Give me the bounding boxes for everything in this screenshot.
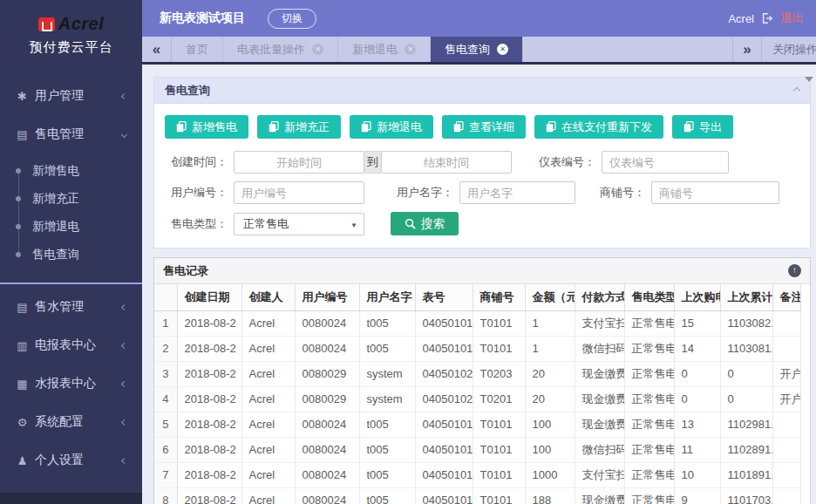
table-cell: Acrel xyxy=(241,336,295,361)
tab-sale-query[interactable]: 售电查询 xyxy=(431,37,523,62)
table-cell: t005 xyxy=(359,437,415,462)
button-label: 导出 xyxy=(699,119,722,135)
shop-no-input[interactable] xyxy=(651,181,779,204)
table-cell: 正常售电 xyxy=(624,437,674,462)
table-cell: 9 xyxy=(674,487,720,504)
table-row[interactable]: 62018-08-2Acrel0080024t00504050101T01011… xyxy=(154,437,800,462)
tabs-scroll-left-icon[interactable] xyxy=(142,37,172,62)
table-cell: 正常售电 xyxy=(624,386,674,412)
table-row[interactable]: 32018-08-2Acrel0080029system04050102T020… xyxy=(154,361,800,386)
table-cell: 开户首充 xyxy=(772,361,800,386)
sidebar-item-water-reports[interactable]: ▦ 水报表中心 xyxy=(0,364,142,403)
user-name-input[interactable] xyxy=(459,181,575,204)
table-cell: 0080024 xyxy=(295,462,359,487)
export-button[interactable]: 导出 xyxy=(672,115,733,139)
sidebar-subitem-sale-query[interactable]: 售电查询 xyxy=(0,241,142,269)
table-cell: 现金缴费 xyxy=(575,487,624,504)
table-cell: T0203 xyxy=(473,361,525,386)
sale-type-select[interactable]: 正常售电 ▼ xyxy=(234,213,364,235)
table-cell: T0101 xyxy=(473,336,525,361)
button-label: 新增退电 xyxy=(377,119,422,135)
table-cell: 0 xyxy=(720,386,772,412)
table-cell: 正常售电 xyxy=(624,336,674,361)
table-cell: 2018-08-2 xyxy=(177,336,241,361)
table-cell: 1102891. xyxy=(720,437,772,462)
table-cell: 现金缴费 xyxy=(575,361,624,386)
chevron-left-icon xyxy=(121,380,127,386)
table-cell: 0080024 xyxy=(295,412,359,437)
sidebar-subitem-new-sale[interactable]: 新增售电 xyxy=(0,157,142,185)
sale-type-label: 售电类型： xyxy=(165,216,228,232)
sidebar-subitem-new-refund[interactable]: 新增退电 xyxy=(0,213,142,241)
new-sale-button[interactable]: 新增售电 xyxy=(165,115,248,139)
sidebar-item-label: 电报表中心 xyxy=(35,337,96,353)
close-operations-menu[interactable]: 关闭操作 xyxy=(762,37,816,62)
scroll-down-icon[interactable] xyxy=(805,77,813,82)
copy-icon xyxy=(683,121,694,133)
table-row[interactable]: 52018-08-2Acrel0080024t00504050101T01011… xyxy=(154,412,800,437)
brand-logo: Acrel 预付费云平台 xyxy=(0,0,142,68)
columns-icon: ▥ xyxy=(16,339,29,352)
table-cell: 0 xyxy=(674,386,720,412)
new-refund-button[interactable]: 新增退电 xyxy=(350,115,433,139)
table-row[interactable]: 82018-08-2Acrel0080024t00504050101T01011… xyxy=(154,487,800,504)
sale-type-value: 正常售电 xyxy=(243,216,289,232)
table-row[interactable]: 42018-08-2Acrel0080029system04050102T020… xyxy=(154,386,800,412)
table-cell: 0080024 xyxy=(295,336,359,361)
online-pay-resend-button[interactable]: 在线支付重新下发 xyxy=(534,115,663,139)
tab-close-icon[interactable] xyxy=(405,44,416,55)
new-recharge-button[interactable]: 新增充正 xyxy=(257,115,341,139)
form-row-1: 创建时间： 到 仪表编号： xyxy=(165,151,799,174)
collapse-panel-icon[interactable] xyxy=(793,86,800,93)
tab-home[interactable]: 首页 xyxy=(172,37,223,62)
table-cell: 2018-08-2 xyxy=(177,310,241,336)
sidebar-item-label: 个人设置 xyxy=(35,453,84,468)
copy-icon xyxy=(546,121,556,133)
chevron-left-icon xyxy=(121,457,127,463)
sidebar-item-system-config[interactable]: ⚙ 系统配置 xyxy=(0,403,142,441)
dropdown-arrow-icon: ▼ xyxy=(350,221,357,229)
sidebar: Acrel 预付费云平台 ✱ 用户管理 ▤ 售电管理 新增售电 新增充正 xyxy=(0,0,142,504)
sidebar-item-personal-settings[interactable]: ♟ 个人设置 xyxy=(0,441,142,480)
list-icon: ▦ xyxy=(16,378,29,391)
sidebar-item-user-management[interactable]: ✱ 用户管理 xyxy=(0,77,142,115)
tabs-scroll-right-icon[interactable] xyxy=(732,37,762,62)
card-icon: ▤ xyxy=(16,128,29,141)
sidebar-footer-bar xyxy=(0,493,142,504)
table-cell: 1 xyxy=(525,336,575,361)
form-row-3: 售电类型： 正常售电 ▼ 搜索 xyxy=(165,212,799,235)
sidebar-item-water-sale[interactable]: ▤ 售水管理 xyxy=(0,288,142,326)
tab-new-refund[interactable]: 新增退电 xyxy=(338,37,431,62)
sidebar-subitem-new-recharge[interactable]: 新增充正 xyxy=(0,185,142,213)
table-cell: T0101 xyxy=(473,412,525,437)
view-detail-button[interactable]: 查看详细 xyxy=(442,115,526,139)
table-cell: Acrel xyxy=(241,412,295,437)
table-cell: 正常售电 xyxy=(624,462,674,487)
button-label: 在线支付重新下发 xyxy=(561,119,652,135)
logout-button[interactable]: 退出 xyxy=(780,10,804,26)
start-time-input[interactable] xyxy=(234,151,364,174)
collapse-circle-up-icon[interactable] xyxy=(788,264,801,277)
table-row[interactable]: 72018-08-2Acrel0080024t00504050101T01011… xyxy=(154,462,800,487)
table-row[interactable]: 12018-08-2Acrel0080024t00504050101T01011… xyxy=(154,310,800,336)
main-area: 新电表测试项目 切换 Acrel 退出 首页 电表批量操作 xyxy=(142,0,816,504)
meter-no-input[interactable] xyxy=(602,151,729,174)
to-label: 到 xyxy=(364,151,381,174)
table-cell xyxy=(772,462,800,487)
end-time-input[interactable] xyxy=(381,151,512,174)
tab-close-icon[interactable] xyxy=(312,44,323,55)
sidebar-item-label: 售水管理 xyxy=(35,299,84,315)
switch-project-button[interactable]: 切换 xyxy=(268,9,316,29)
tab-close-icon[interactable] xyxy=(497,44,508,55)
table-cell: 开户首充 xyxy=(772,386,800,412)
user-no-input[interactable] xyxy=(234,181,364,204)
acrel-logo-icon xyxy=(38,17,55,31)
table-row[interactable]: 22018-08-2Acrel0080024t00504050101T01011… xyxy=(154,336,800,361)
brand-name: Acrel xyxy=(58,14,105,34)
sidebar-item-electric-reports[interactable]: ▥ 电报表中心 xyxy=(0,326,142,364)
sidebar-item-sale-management[interactable]: ▤ 售电管理 xyxy=(0,115,142,153)
table-cell: 04050101 xyxy=(415,412,473,437)
tab-meter-batch-ops[interactable]: 电表批量操作 xyxy=(223,37,338,62)
app-root: Acrel 预付费云平台 ✱ 用户管理 ▤ 售电管理 新增售电 新增充正 xyxy=(0,0,816,504)
search-button[interactable]: 搜索 xyxy=(391,212,459,235)
